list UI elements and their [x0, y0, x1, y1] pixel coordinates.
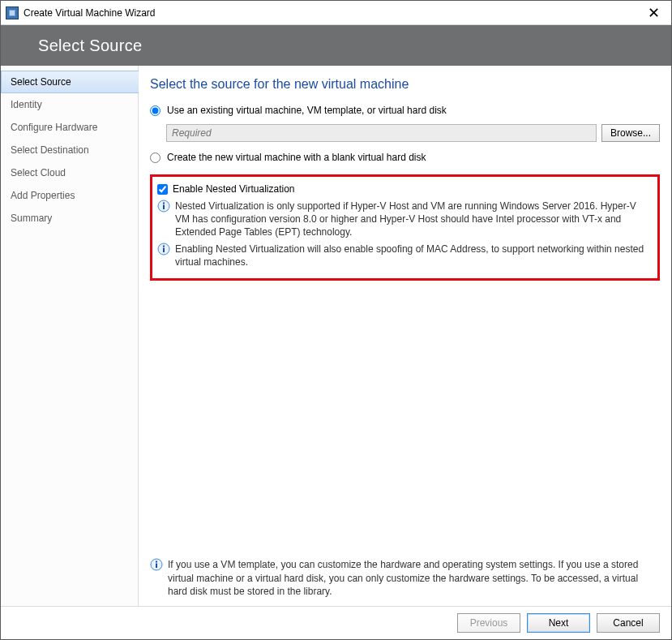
app-icon	[6, 6, 19, 19]
wizard-header-title: Select Source	[38, 37, 142, 55]
sidebar-item-select-source[interactable]: Select Source	[1, 71, 139, 93]
svg-rect-8	[156, 561, 157, 563]
titlebar: Create Virtual Machine Wizard ✕	[1, 1, 671, 25]
page-heading: Select the source for the new virtual ma…	[150, 77, 660, 92]
info-icon	[157, 243, 170, 256]
info-icon	[157, 200, 170, 213]
enable-nested-checkbox-row[interactable]: Enable Nested Virtualization	[157, 183, 651, 195]
enable-nested-label: Enable Nested Virtualization	[173, 183, 295, 195]
nested-info-1: Nested Virtualization is only supported …	[175, 200, 651, 239]
wizard-sidebar: Select Source Identity Configure Hardwar…	[1, 66, 139, 606]
radio-blank-disk[interactable]: Create the new virtual machine with a bl…	[150, 152, 660, 163]
radio-blank-disk-input[interactable]	[150, 152, 161, 163]
sidebar-item-add-properties[interactable]: Add Properties	[1, 184, 138, 207]
svg-rect-1	[163, 205, 165, 210]
wizard-footer: Previous Next Cancel	[1, 606, 671, 639]
cancel-button[interactable]: Cancel	[597, 613, 660, 633]
previous-button: Previous	[457, 613, 520, 633]
radio-use-existing-input[interactable]	[150, 105, 161, 116]
svg-rect-2	[163, 203, 165, 204]
info-icon	[150, 558, 163, 571]
close-icon[interactable]: ✕	[643, 6, 665, 20]
radio-use-existing[interactable]: Use an existing virtual machine, VM temp…	[150, 105, 660, 116]
sidebar-item-select-destination[interactable]: Select Destination	[1, 139, 138, 161]
sidebar-item-summary[interactable]: Summary	[1, 207, 138, 230]
svg-rect-5	[163, 245, 165, 247]
browse-button[interactable]: Browse...	[601, 124, 660, 142]
source-path-input[interactable]	[166, 124, 597, 142]
wizard-main: Select the source for the new virtual ma…	[139, 66, 671, 606]
radio-use-existing-label: Use an existing virtual machine, VM temp…	[167, 105, 447, 116]
next-button[interactable]: Next	[527, 613, 590, 633]
radio-blank-disk-label: Create the new virtual machine with a bl…	[167, 152, 426, 163]
nested-virtualization-section: Enable Nested Virtualization Nested Virt…	[150, 174, 660, 281]
window-title: Create Virtual Machine Wizard	[24, 7, 156, 19]
bottom-info: If you use a VM template, you can custom…	[150, 558, 660, 598]
svg-rect-7	[156, 564, 157, 569]
enable-nested-checkbox[interactable]	[157, 184, 168, 195]
sidebar-item-select-cloud[interactable]: Select Cloud	[1, 161, 138, 184]
nested-info-2: Enabling Nested Virtualization will also…	[175, 243, 651, 268]
sidebar-item-identity[interactable]: Identity	[1, 93, 138, 116]
wizard-window: Create Virtual Machine Wizard ✕ Select S…	[0, 0, 672, 640]
svg-rect-4	[163, 247, 165, 252]
bottom-info-text: If you use a VM template, you can custom…	[168, 558, 660, 598]
sidebar-item-configure-hardware[interactable]: Configure Hardware	[1, 116, 138, 139]
wizard-header: Select Source	[1, 25, 671, 66]
